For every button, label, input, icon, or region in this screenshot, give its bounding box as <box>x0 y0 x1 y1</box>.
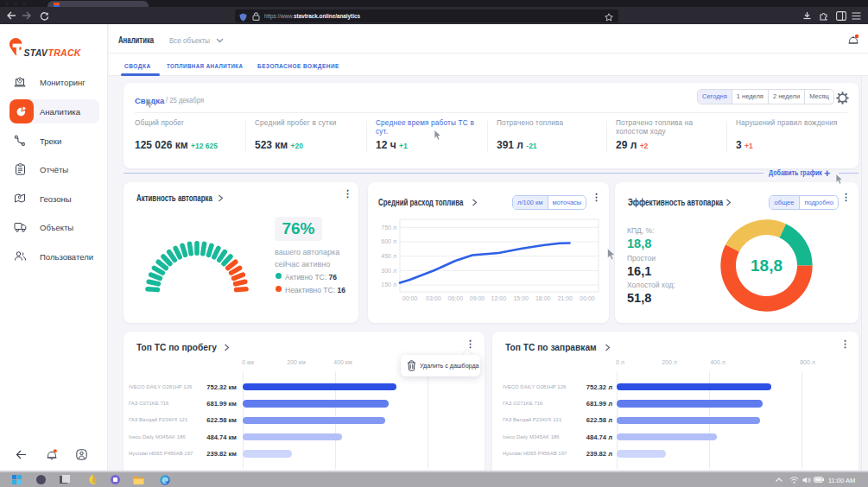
svg-text:450 л: 450 л <box>381 253 396 259</box>
svg-text:18,8: 18,8 <box>751 256 782 275</box>
svg-text:300 л: 300 л <box>381 268 396 274</box>
svg-text:12:00: 12:00 <box>491 295 507 301</box>
svg-text:TRACK: TRACK <box>48 47 82 58</box>
svg-text:09:00: 09:00 <box>470 295 485 301</box>
svg-text:150 л: 150 л <box>381 281 396 288</box>
svg-text:21:00: 21:00 <box>557 295 573 301</box>
svg-text:600 л: 600 л <box>381 238 396 244</box>
svg-text:00:00: 00:00 <box>580 295 595 301</box>
svg-text:06:00: 06:00 <box>448 295 464 301</box>
svg-text:750 л: 750 л <box>381 225 396 231</box>
svg-text:15:00: 15:00 <box>513 295 529 301</box>
svg-text:18:00: 18:00 <box>535 295 551 301</box>
svg-text:STAV: STAV <box>24 47 48 58</box>
svg-text:00:00: 00:00 <box>402 295 418 301</box>
svg-text:03:00: 03:00 <box>426 295 441 301</box>
